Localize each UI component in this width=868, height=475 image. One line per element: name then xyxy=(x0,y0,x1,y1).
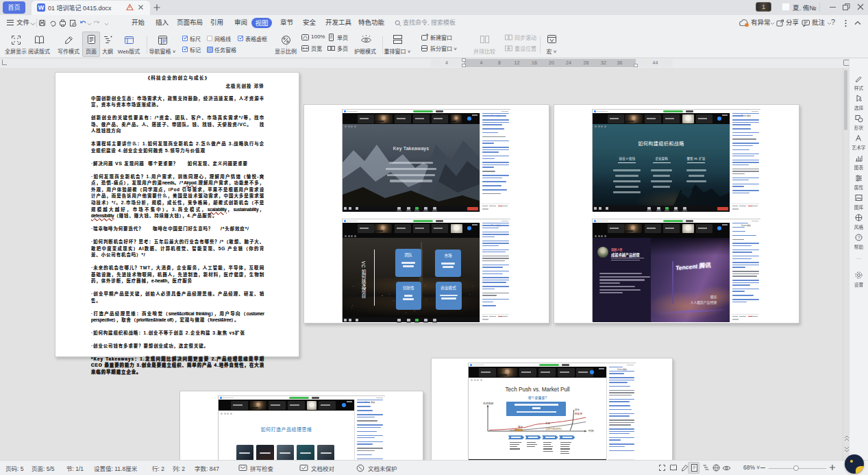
svg-text:?: ? xyxy=(858,235,860,240)
